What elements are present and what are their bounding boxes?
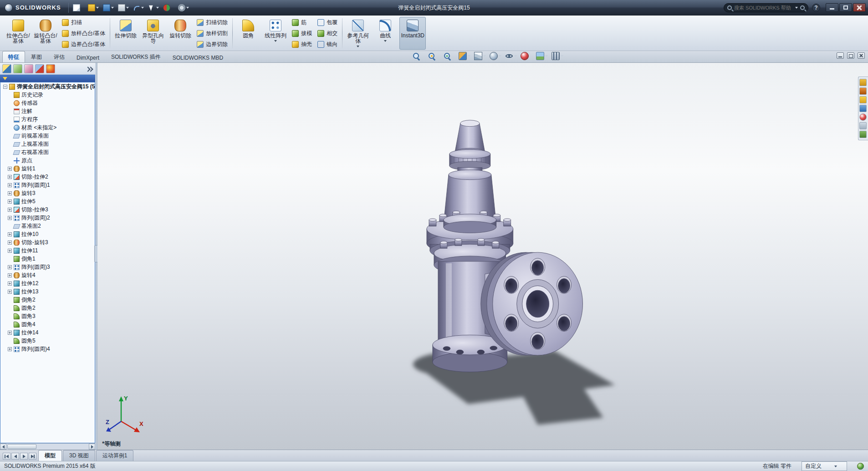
dropdown-caret-icon[interactable] [186, 7, 189, 9]
lofted-cut-button[interactable]: 放样切割 [194, 29, 230, 38]
study-tab[interactable]: 3D 视图 [63, 450, 95, 461]
study-tab[interactable]: 模型 [38, 450, 62, 461]
save-button[interactable] [102, 3, 115, 12]
expand-icon[interactable] [8, 249, 12, 253]
window-maximize-button[interactable] [839, 3, 852, 12]
collapse-icon[interactable] [3, 85, 7, 89]
edit-appearance-icon[interactable] [521, 52, 529, 60]
wrap-button[interactable]: 包覆 [315, 18, 340, 27]
tree-item[interactable]: 拉伸11 [0, 246, 95, 255]
tree-item[interactable]: 历史记录 [0, 91, 95, 99]
expand-icon[interactable] [8, 347, 12, 351]
revolved-cut-button[interactable]: 旋转切除 [167, 17, 194, 50]
command-tab[interactable]: 草图 [25, 51, 48, 62]
hide-show-items-icon[interactable] [505, 52, 513, 60]
select-button[interactable] [147, 3, 160, 12]
dropdown-caret-icon[interactable] [561, 55, 563, 57]
study-tab[interactable]: 运动算例1 [96, 450, 134, 461]
next-tab-button[interactable] [20, 453, 28, 460]
hole-wizard-button[interactable]: 异型孔向导 [140, 17, 166, 50]
expand-icon[interactable] [8, 241, 12, 245]
scroll-right-button[interactable] [89, 444, 95, 450]
dropdown-caret-icon[interactable] [111, 7, 114, 9]
tree-item[interactable]: 旋转1 [0, 164, 95, 173]
command-tab[interactable]: 特征 [2, 51, 25, 62]
expand-icon[interactable] [8, 331, 12, 335]
help-search-box[interactable] [724, 3, 808, 12]
quick-tips-icon[interactable] [857, 463, 864, 470]
view-orientation-icon[interactable] [474, 52, 482, 60]
search-scope-caret-icon[interactable] [795, 7, 798, 9]
tree-item[interactable]: 倒角2 [0, 296, 95, 304]
dropdown-caret-icon[interactable] [834, 466, 837, 467]
dropdown-caret-icon[interactable] [357, 46, 359, 47]
expand-icon[interactable] [8, 273, 12, 277]
expand-icon[interactable] [8, 265, 12, 269]
window-close-button[interactable] [853, 3, 866, 12]
tree-item[interactable]: 拉伸10 [0, 230, 95, 238]
expand-icon[interactable] [8, 191, 12, 195]
undo-button[interactable] [132, 3, 145, 12]
tree-item[interactable]: 切除-旋转3 [0, 238, 95, 246]
dropdown-caret-icon[interactable] [126, 7, 129, 9]
tree-item[interactable]: 右视基准面 [0, 148, 95, 156]
search-go-icon[interactable] [800, 5, 805, 10]
tree-item[interactable]: 切除-拉伸3 [0, 205, 95, 214]
tree-item[interactable]: 注解 [0, 107, 95, 115]
dropdown-caret-icon[interactable] [96, 7, 99, 9]
tree-item[interactable]: 拉伸14 [0, 328, 95, 337]
dropdown-caret-icon[interactable] [468, 55, 470, 57]
help-button[interactable]: ? [812, 4, 820, 12]
dropdown-caret-icon[interactable] [141, 7, 144, 9]
tree-item[interactable]: 倒角1 [0, 255, 95, 263]
zoom-area-icon[interactable] [428, 52, 436, 60]
view-palette-tab[interactable] [859, 105, 867, 112]
panel-horizontal-scrollbar[interactable] [0, 443, 95, 450]
intersect-button[interactable]: 相交 [315, 29, 340, 38]
expand-panel-tabs-button[interactable] [86, 65, 93, 72]
previous-view-icon[interactable] [443, 52, 451, 60]
tree-item[interactable]: 阵列(圆周)3 [0, 263, 95, 271]
print-button[interactable] [117, 3, 130, 12]
swept-cut-button[interactable]: 扫描切除 [194, 18, 230, 27]
tree-root-item[interactable]: 弹簧全启封闭式高压安全阀15 (5 [0, 82, 95, 91]
expand-icon[interactable] [8, 282, 12, 286]
rebuild-button[interactable] [162, 3, 175, 12]
expand-icon[interactable] [8, 290, 12, 294]
tree-filter-bar[interactable] [0, 75, 95, 82]
doc-minimize-button[interactable] [837, 52, 844, 59]
tree-item[interactable]: 旋转3 [0, 189, 95, 197]
appearances-tab[interactable] [859, 113, 867, 121]
tree-item[interactable]: 圆角3 [0, 312, 95, 320]
tree-item[interactable]: 圆角4 [0, 320, 95, 328]
command-tab[interactable]: SOLIDWORKS MBD [167, 52, 229, 62]
tree-item[interactable]: 方程序 [0, 115, 95, 123]
dropdown-caret-icon[interactable] [156, 7, 159, 9]
design-library-tab[interactable] [859, 87, 867, 95]
curves-button[interactable]: 曲线 [372, 17, 398, 50]
shell-button[interactable]: 抽壳 [290, 40, 314, 49]
instant3d-button[interactable]: Instant3D [399, 17, 426, 50]
boundary-boss-button[interactable]: 边界凸台/基体 [60, 40, 107, 49]
dropdown-caret-icon[interactable] [274, 40, 277, 42]
tree-item[interactable]: 切除-拉伸2 [0, 173, 95, 181]
expand-icon[interactable] [8, 183, 12, 187]
expand-icon[interactable] [8, 200, 12, 204]
lofted-boss-button[interactable]: 放样凸台/基体 [60, 29, 107, 38]
tree-item[interactable]: 原点 [0, 156, 95, 164]
tree-item[interactable]: 阵列(圆周)2 [0, 214, 95, 222]
extruded-boss-button[interactable]: 拉伸凸台/基体 [5, 17, 31, 50]
new-document-button[interactable] [71, 3, 85, 12]
revolved-boss-button[interactable]: 旋转凸台/基体 [32, 17, 59, 50]
tree-item[interactable]: 材质 <未指定> [0, 123, 95, 132]
expand-icon[interactable] [8, 175, 12, 179]
tree-item[interactable]: 基准面2 [0, 222, 95, 230]
command-tab[interactable]: 评估 [48, 51, 71, 62]
forum-tab[interactable] [859, 131, 867, 138]
dropdown-caret-icon[interactable] [483, 55, 486, 57]
doc-restore-button[interactable] [847, 52, 854, 59]
section-view-icon[interactable] [459, 52, 467, 60]
prev-tab-button[interactable] [11, 453, 19, 460]
dropdown-caret-icon[interactable] [514, 55, 517, 57]
tree-item[interactable]: 阵列(圆周)4 [0, 345, 95, 353]
